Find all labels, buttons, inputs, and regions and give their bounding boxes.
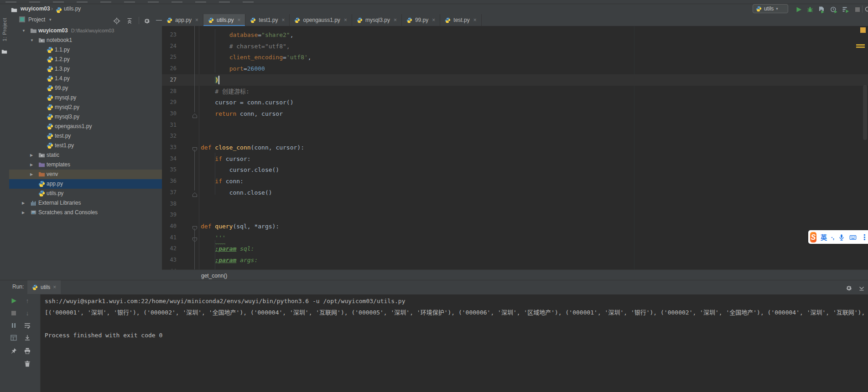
code-line-37[interactable]: 37conn.close() (162, 187, 868, 198)
mic-icon[interactable] (838, 233, 845, 241)
code-line-44[interactable]: 44:return: (162, 266, 868, 269)
code-text[interactable]: :param args: (215, 254, 258, 266)
tree-item-test1.py[interactable]: test1.py (9, 141, 162, 150)
line-number[interactable]: 39 (162, 209, 177, 221)
code-line-35[interactable]: 35cursor.close() (162, 164, 868, 175)
breadcrumb-file[interactable]: utils.py (64, 5, 81, 12)
tree-item-1.3.py[interactable]: 1.3.py (9, 64, 162, 74)
run-icon[interactable] (795, 5, 802, 13)
code-editor[interactable]: 23database="share2",24# charset="utf8",2… (162, 26, 868, 269)
editor-scrollbar[interactable] (863, 85, 867, 140)
tree-item-venv[interactable]: ▶venv (9, 170, 162, 179)
code-line-36[interactable]: 36if conn: (162, 175, 868, 187)
line-number[interactable]: 28 (162, 86, 177, 97)
editor-tab-test.py[interactable]: test.py× (440, 14, 481, 26)
chevron-collapsed-icon[interactable]: ▶ (30, 150, 33, 160)
line-number[interactable]: 27 (162, 74, 177, 86)
tree-item-mysql2.py[interactable]: mysql2.py (9, 103, 162, 112)
tree-item-app.py[interactable]: app.py (9, 179, 162, 189)
code-text[interactable]: database="share2", (229, 29, 294, 41)
code-line-27[interactable]: 27) (162, 74, 868, 86)
line-number[interactable]: 38 (162, 198, 177, 210)
code-text[interactable]: ) (215, 74, 218, 86)
line-number[interactable]: 37 (162, 187, 177, 198)
line-number[interactable]: 25 (162, 52, 177, 63)
close-icon[interactable]: × (281, 17, 285, 23)
code-line-39[interactable]: 39 (162, 209, 868, 221)
code-line-40[interactable]: 40def query(sql, *args): (162, 221, 868, 232)
restore-layout-icon[interactable] (10, 334, 17, 341)
run-with-coverage-icon[interactable] (818, 5, 825, 13)
down-stack-icon[interactable]: ↓ (24, 309, 31, 317)
tool-window-button-project[interactable]: 1: Project (2, 18, 7, 41)
code-text[interactable]: cursor.close() (229, 164, 280, 175)
tree-item-mysql.py[interactable]: mysql.py (9, 93, 162, 103)
code-text[interactable]: # 创建游标: (215, 86, 249, 97)
tree-item-scratches-and-consoles[interactable]: ▶Scratches and Consoles (9, 208, 162, 217)
soft-wrap-icon[interactable] (24, 322, 31, 329)
editor-tab-99.py[interactable]: 99.py× (402, 14, 440, 26)
tree-item-notebook1[interactable]: ▼notebook1 (9, 36, 162, 45)
line-number[interactable]: 33 (162, 142, 177, 153)
code-line-41[interactable]: 41'''~~~~~ (162, 232, 868, 243)
editor-tab-utils.py[interactable]: utils.py× (203, 14, 245, 26)
rerun-icon[interactable] (10, 297, 17, 304)
clear-all-icon[interactable] (24, 360, 31, 367)
close-icon[interactable]: × (195, 17, 198, 23)
project-tool-icon[interactable] (1, 47, 7, 55)
code-line-34[interactable]: 34if cursor: (162, 153, 868, 165)
warning-stripe-mark[interactable] (856, 46, 865, 48)
code-text[interactable]: if conn: (215, 175, 244, 187)
hide-panel-icon[interactable] (858, 284, 865, 292)
code-line-30[interactable]: 30return conn, cursor (162, 108, 868, 119)
close-icon[interactable]: × (394, 17, 397, 23)
analysis-status-indicator[interactable] (860, 27, 866, 33)
line-number[interactable]: 31 (162, 119, 177, 131)
concurrency-diagram-icon[interactable] (842, 5, 849, 13)
stop-icon[interactable] (10, 309, 17, 317)
code-line-28[interactable]: 28# 创建游标: (162, 86, 868, 97)
chevron-expanded-icon[interactable]: ▼ (22, 26, 26, 36)
settings-gear-icon[interactable] (143, 16, 151, 25)
tree-item-wuyicom03[interactable]: ▼wuyicom03D:\flask\wuyicom03 (9, 26, 162, 36)
run-console-output[interactable]: ssh://wuyi@spark1.wuyi.com:22/home/wuyi/… (41, 294, 868, 392)
tree-item-99.py[interactable]: 99.py (9, 83, 162, 93)
line-number[interactable]: 42 (162, 243, 177, 254)
code-line-23[interactable]: 23database="share2", (162, 29, 868, 41)
more-icon[interactable]: ⋮ (861, 233, 868, 242)
line-number[interactable]: 23 (162, 29, 177, 41)
up-stack-icon[interactable]: ↑ (24, 297, 31, 304)
line-number[interactable]: 36 (162, 175, 177, 187)
tree-item-templates[interactable]: ▶templates (9, 160, 162, 170)
chevron-collapsed-icon[interactable]: ▶ (22, 198, 25, 208)
code-text[interactable]: # charset="utf8", (229, 41, 290, 52)
input-mode-english[interactable]: 英 (821, 232, 827, 242)
code-text[interactable]: cursor = conn.cursor() (215, 97, 293, 108)
code-text[interactable]: client_encoding='utf8', (229, 52, 312, 63)
line-number[interactable]: 34 (162, 153, 177, 165)
locate-file-icon[interactable] (113, 16, 120, 25)
code-line-24[interactable]: 24# charset="utf8", (162, 41, 868, 52)
code-text[interactable]: def query(sql, *args): (201, 221, 279, 232)
tree-item-test.py[interactable]: test.py (9, 131, 162, 141)
hide-panel-icon[interactable]: — (156, 16, 162, 23)
fold-end-icon[interactable] (192, 190, 198, 195)
code-text[interactable]: conn.close() (229, 187, 272, 198)
chevron-down-icon[interactable]: ▾ (49, 17, 52, 22)
run-configuration-select[interactable]: utils ▾ (753, 4, 788, 13)
editor-tab-opengauss1.py[interactable]: opengauss1.py× (290, 14, 352, 26)
close-icon[interactable]: × (473, 17, 477, 23)
keyboard-icon[interactable] (849, 233, 857, 241)
chevron-expanded-icon[interactable]: ▼ (30, 36, 34, 45)
editor-tab-app.py[interactable]: app.py× (162, 14, 203, 26)
warning-stripe-mark[interactable] (856, 44, 865, 46)
close-icon[interactable]: × (53, 284, 56, 290)
code-line-33[interactable]: 33def close_conn(conn, cursor): (162, 142, 868, 153)
code-text[interactable]: port=26000 (229, 63, 265, 74)
code-line-42[interactable]: 42:param sql: (162, 243, 868, 254)
tree-item-1.4.py[interactable]: 1.4.py (9, 74, 162, 83)
code-line-31[interactable]: 31 (162, 119, 868, 131)
fold-collapse-icon[interactable] (192, 223, 198, 229)
close-icon[interactable]: × (344, 17, 347, 23)
project-panel-title[interactable]: Project (28, 16, 45, 23)
